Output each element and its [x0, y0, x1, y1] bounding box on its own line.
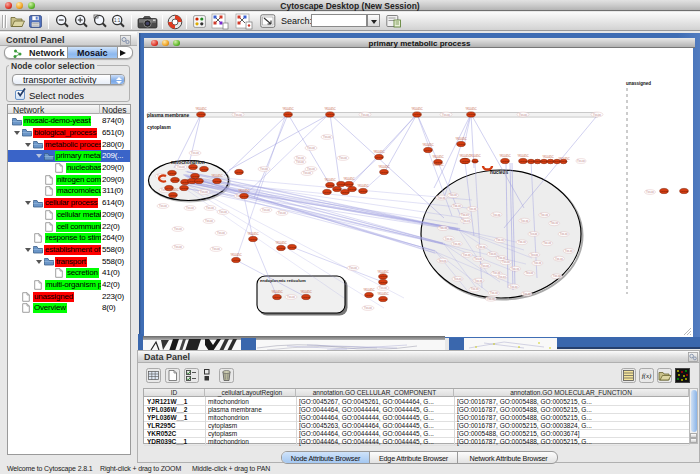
svg-text:YKL045C: YKL045C: [238, 189, 249, 193]
svg-text:Yxx-xx: Yxx-xx: [530, 232, 538, 236]
svg-text:Yxx-xx: Yxx-xx: [646, 190, 654, 194]
svg-text:Yxx-xx: Yxx-xx: [525, 271, 533, 275]
svg-text:YKL4C: YKL4C: [660, 190, 668, 193]
svg-text:YKL045C: YKL045C: [357, 184, 368, 188]
svg-text:Yxx-xx: Yxx-xx: [478, 245, 486, 249]
svg-text:YKL4C: YKL4C: [345, 183, 353, 186]
svg-text:Yxx-xx: Yxx-xx: [518, 240, 526, 244]
svg-text:YKL4C: YKL4C: [379, 275, 387, 278]
svg-text:Yxx-xx: Yxx-xx: [445, 237, 453, 241]
svg-text:Yxx-xx: Yxx-xx: [523, 292, 531, 296]
svg-text:YKL4C: YKL4C: [359, 190, 367, 193]
svg-text:YKL4C: YKL4C: [169, 194, 177, 197]
svg-text:YKL4C: YKL4C: [277, 247, 285, 250]
svg-text:YKL045C: YKL045C: [432, 163, 443, 167]
svg-text:Yxx-xx: Yxx-xx: [439, 226, 447, 230]
svg-text:YKL045C: YKL045C: [465, 107, 476, 111]
svg-text:YKL045C: YKL045C: [363, 288, 374, 292]
svg-text:YKL045C: YKL045C: [373, 150, 384, 154]
svg-text:Yxx-xx: Yxx-xx: [349, 266, 357, 270]
svg-text:Yxx-xx: Yxx-xx: [475, 279, 483, 283]
svg-text:YKL4C: YKL4C: [197, 113, 205, 116]
svg-text:Yxx-xx: Yxx-xx: [550, 221, 558, 225]
svg-text:Yxx-xx: Yxx-xx: [487, 297, 495, 301]
svg-text:Yxx-xx: Yxx-xx: [191, 151, 199, 155]
svg-text:YKL045C: YKL045C: [195, 107, 206, 111]
svg-text:YKL045C: YKL045C: [275, 241, 286, 245]
svg-text:YKL4C: YKL4C: [240, 195, 248, 198]
svg-text:Yxx-xx: Yxx-xx: [323, 135, 331, 139]
svg-text:endoplasmic reticulum: endoplasmic reticulum: [260, 278, 306, 283]
svg-text:Yxx-xx: Yxx-xx: [186, 206, 194, 210]
svg-text:YKL045C: YKL045C: [167, 188, 178, 192]
svg-text:Yxx-xx: Yxx-xx: [303, 171, 311, 175]
svg-text:YKL4C: YKL4C: [413, 113, 421, 116]
svg-text:Yxx-xx: Yxx-xx: [474, 257, 482, 261]
svg-text:YKL045C: YKL045C: [432, 155, 443, 159]
svg-text:Yxx-xx: Yxx-xx: [453, 242, 461, 246]
svg-text:Yxx-xx: Yxx-xx: [511, 267, 519, 271]
svg-text:Yxx-xx: Yxx-xx: [437, 196, 445, 200]
svg-text:Yxx-xx: Yxx-xx: [468, 207, 476, 211]
svg-text:cytoplasm: cytoplasm: [147, 125, 171, 130]
svg-text:Yxx-xx: Yxx-xx: [307, 146, 315, 150]
svg-text:YKL045C: YKL045C: [271, 290, 282, 294]
svg-text:Yxx-xx: Yxx-xx: [364, 306, 372, 310]
svg-text:Yxx-xx: Yxx-xx: [260, 167, 268, 171]
svg-text:Yxx-xx: Yxx-xx: [159, 204, 167, 208]
svg-text:YKL4C: YKL4C: [180, 187, 188, 190]
svg-text:Yxx-xx: Yxx-xx: [489, 252, 497, 256]
svg-text:YKL4C: YKL4C: [375, 156, 383, 159]
svg-text:YKL045C: YKL045C: [517, 154, 528, 158]
svg-text:Yxx-xx: Yxx-xx: [565, 249, 573, 253]
svg-text:YKL4C: YKL4C: [379, 281, 387, 284]
svg-text:YKL4C: YKL4C: [365, 294, 373, 297]
svg-text:Yxx-xx: Yxx-xx: [205, 219, 213, 223]
svg-text:YKL4C: YKL4C: [288, 246, 296, 249]
svg-text:Yxx-xx: Yxx-xx: [177, 165, 185, 169]
svg-text:YKL045C: YKL045C: [377, 292, 388, 296]
svg-text:Yxx-xx: Yxx-xx: [206, 206, 214, 210]
svg-text:Yxx-xx: Yxx-xx: [438, 259, 446, 263]
svg-text:Yxx-xx: Yxx-xx: [496, 238, 504, 242]
svg-text:YKL045C: YKL045C: [343, 177, 354, 181]
svg-text:Yxx-xx: Yxx-xx: [498, 256, 506, 260]
svg-text:Yxx-xx: Yxx-xx: [442, 113, 450, 117]
svg-text:Yxx-xx: Yxx-xx: [296, 156, 304, 160]
svg-text:YKL4C: YKL4C: [348, 188, 356, 191]
svg-text:YKL045C: YKL045C: [377, 270, 388, 274]
svg-text:Yxx-xx: Yxx-xx: [553, 274, 561, 278]
svg-text:YKL4C: YKL4C: [171, 179, 179, 182]
svg-text:Yxx-xx: Yxx-xx: [462, 219, 470, 223]
svg-text:YKL4C: YKL4C: [168, 172, 176, 175]
svg-text:Yxx-xx: Yxx-xx: [463, 253, 471, 257]
svg-text:YKL045C: YKL045C: [324, 178, 335, 182]
svg-text:YKL4C: YKL4C: [323, 191, 331, 194]
svg-text:Yxx-xx: Yxx-xx: [379, 286, 387, 290]
svg-text:Yxx-xx: Yxx-xx: [453, 204, 461, 208]
svg-text:YKL045C: YKL045C: [422, 143, 433, 147]
svg-text:YKL045C: YKL045C: [230, 253, 241, 257]
svg-text:Yxx-xx: Yxx-xx: [234, 113, 242, 117]
svg-text:YKL045C: YKL045C: [300, 290, 311, 294]
svg-text:YKL4C: YKL4C: [341, 191, 349, 194]
svg-text:Yxx-xx: Yxx-xx: [530, 253, 538, 257]
svg-text:YKL045C: YKL045C: [542, 155, 553, 159]
svg-text:YKL4C: YKL4C: [326, 113, 334, 116]
svg-text:Yxx-xx: Yxx-xx: [555, 257, 563, 261]
svg-text:YKL045C: YKL045C: [558, 157, 569, 161]
svg-text:YKL045C: YKL045C: [378, 165, 389, 169]
svg-text:Yxx-xx: Yxx-xx: [174, 245, 182, 249]
svg-text:YKL4C: YKL4C: [379, 298, 387, 301]
svg-text:Yxx-xx: Yxx-xx: [174, 227, 182, 231]
svg-text:YKL4C: YKL4C: [380, 171, 388, 174]
svg-text:Yxx-xx: Yxx-xx: [502, 260, 510, 264]
svg-text:plasma membrane: plasma membrane: [147, 113, 189, 118]
svg-text:YKL4C: YKL4C: [461, 160, 469, 163]
svg-text:Yxx-xx: Yxx-xx: [493, 213, 501, 217]
svg-text:YKL4C: YKL4C: [232, 259, 240, 262]
svg-text:Yxx-xx: Yxx-xx: [534, 261, 542, 265]
svg-text:Yxx-xx: Yxx-xx: [449, 193, 457, 197]
svg-text:Yxx-xx: Yxx-xx: [262, 208, 270, 212]
svg-text:Yxx-xx: Yxx-xx: [510, 285, 518, 289]
